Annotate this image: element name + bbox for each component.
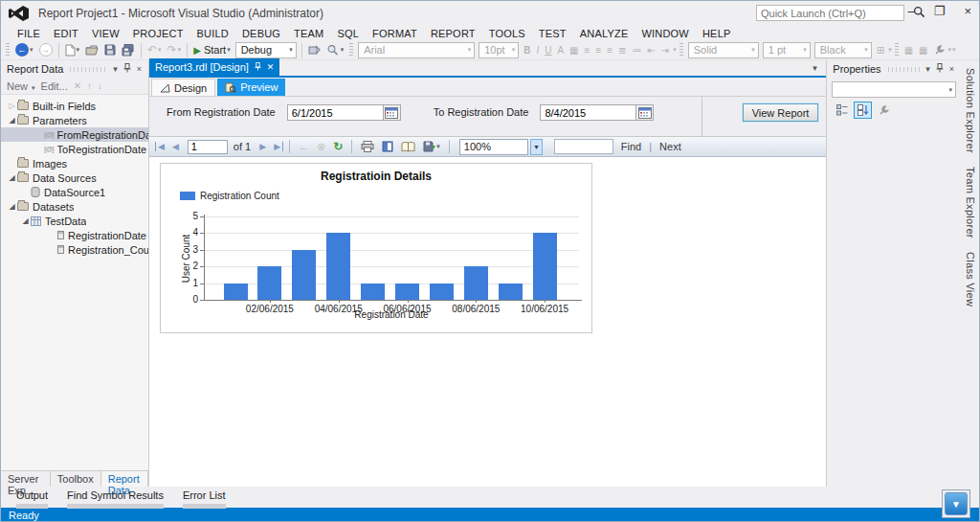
last-page-button[interactable]: ▶ <box>271 142 283 151</box>
feedback-tray-button[interactable]: ▼ <box>942 489 970 518</box>
close-button[interactable]: × <box>964 2 971 21</box>
tree-item-registrationdate[interactable]: RegistrationDate <box>1 228 148 242</box>
tree-item-toregistrationdate[interactable]: [@] ToRegistrationDate <box>1 142 148 156</box>
find-in-files-icon[interactable]: ▾ <box>324 41 346 58</box>
menu-analyze[interactable]: ANALYZE <box>573 27 635 40</box>
toolbar-grip[interactable] <box>679 43 683 57</box>
panel-grip[interactable] <box>888 67 921 72</box>
tree-item-parameters[interactable]: ◢ Parameters <box>1 113 148 127</box>
tab-find-symbol-results[interactable]: Find Symbol Results <box>59 489 171 509</box>
start-debug-button[interactable]: ▶Start▾ <box>191 41 232 58</box>
navigate-forward-button[interactable]: → <box>37 41 55 58</box>
navigate-back-button[interactable]: ←▾ <box>13 41 35 58</box>
menu-format[interactable]: FORMAT <box>366 27 424 40</box>
panel-grip[interactable] <box>70 67 107 72</box>
tree-item-built-in-fields[interactable]: ▷ Built-in Fields <box>1 99 148 113</box>
find-button[interactable]: Find <box>615 141 647 152</box>
alphabetical-sort-icon[interactable] <box>854 102 872 119</box>
pin-icon[interactable] <box>121 63 134 75</box>
property-pages-wrench-icon[interactable] <box>875 102 893 119</box>
tab-server-explorer[interactable]: Server Exp... <box>1 471 51 487</box>
calendar-icon[interactable] <box>383 104 401 121</box>
back-to-parent-button[interactable]: ← <box>296 141 312 152</box>
first-page-button[interactable]: ◀ <box>155 142 167 151</box>
to-date-input[interactable] <box>540 104 635 121</box>
find-next-button[interactable]: Next <box>654 141 687 152</box>
toolbar-grip[interactable] <box>349 43 353 57</box>
current-page-input[interactable] <box>188 140 228 154</box>
tab-team-explorer[interactable]: Team Explorer <box>965 167 976 238</box>
print-button[interactable] <box>358 141 377 152</box>
tab-report-data[interactable]: Report Data <box>101 471 148 487</box>
tab-error-list[interactable]: Error List <box>175 489 234 509</box>
open-file-button[interactable] <box>83 41 100 58</box>
save-button[interactable] <box>102 41 118 58</box>
object-selector-combo[interactable]: ▾ <box>832 81 956 98</box>
zoom-dropdown-icon[interactable]: ▼ <box>530 139 543 155</box>
save-all-button[interactable] <box>120 41 137 58</box>
quick-launch-input[interactable] <box>757 7 903 19</box>
expander-icon[interactable]: ◢ <box>20 216 31 225</box>
menu-debug[interactable]: DEBUG <box>235 27 287 40</box>
calendar-icon[interactable] <box>635 104 654 121</box>
expander-icon[interactable]: ◢ <box>7 202 17 211</box>
menu-edit[interactable]: EDIT <box>47 27 85 40</box>
stop-rendering-button[interactable]: ⊗ <box>314 141 328 153</box>
tab-solution-explorer[interactable]: Solution Explorer <box>965 68 976 153</box>
close-icon[interactable]: × <box>134 64 145 74</box>
export-button[interactable]: ▾ <box>420 141 443 152</box>
tab-design[interactable]: Design <box>151 79 215 96</box>
page-setup-button[interactable] <box>398 142 418 152</box>
new-menu-button[interactable]: New ▾ <box>7 80 35 92</box>
menu-team[interactable]: TEAM <box>287 27 330 40</box>
toolbar-grip[interactable] <box>895 43 899 57</box>
menu-sql[interactable]: SQL <box>330 27 366 40</box>
minimize-button[interactable]: – <box>908 2 915 21</box>
toolbar-grip[interactable] <box>6 43 10 57</box>
document-tab[interactable]: Report3.rdl [Design] ✕ <box>149 58 279 76</box>
edit-button[interactable]: Edit... <box>41 80 68 92</box>
tree-item-datasets[interactable]: ◢ Datasets <box>1 199 148 214</box>
print-layout-button[interactable] <box>379 141 396 152</box>
tree-item-data-sources[interactable]: ◢ Data Sources <box>1 170 148 185</box>
from-date-input[interactable] <box>287 104 383 121</box>
pin-icon[interactable] <box>255 62 261 73</box>
zoom-combo[interactable]: 100% <box>459 139 528 155</box>
menu-window[interactable]: WINDOW <box>635 27 695 40</box>
window-position-icon[interactable]: ▾ <box>110 64 121 74</box>
view-report-button[interactable]: View Report <box>743 103 819 122</box>
categorized-view-icon[interactable] <box>833 102 851 119</box>
tab-toolbox[interactable]: Toolbox <box>51 471 101 487</box>
tab-preview[interactable]: Preview <box>217 79 285 96</box>
tree-item-images[interactable]: Images <box>1 156 148 170</box>
refresh-button[interactable]: ↻ <box>330 140 345 153</box>
tree-item-registration-count[interactable]: Registration_Count <box>1 242 148 257</box>
menu-build[interactable]: BUILD <box>190 27 235 40</box>
expander-icon[interactable]: ◢ <box>7 173 17 182</box>
previous-page-button[interactable]: ◀ <box>169 142 182 151</box>
tree-item-fromregistrationdate[interactable]: [@] FromRegistrationDate <box>1 127 148 142</box>
tree-item-datasource1[interactable]: DataSource1 <box>1 185 148 199</box>
expander-icon[interactable]: ▷ <box>7 102 17 110</box>
attach-to-process-icon[interactable] <box>306 41 323 58</box>
menu-project[interactable]: PROJECT <box>126 27 190 40</box>
window-position-icon[interactable]: ▾ <box>923 64 933 74</box>
new-file-button[interactable]: ▾ <box>63 41 82 58</box>
tab-class-view[interactable]: Class View <box>965 252 976 306</box>
menu-report[interactable]: REPORT <box>424 27 482 40</box>
expander-icon[interactable]: ◢ <box>7 116 17 125</box>
quick-launch-box[interactable] <box>756 5 904 21</box>
redo-button[interactable]: ↷▾ <box>166 41 184 58</box>
tab-output[interactable]: Output <box>9 489 56 509</box>
pin-icon[interactable] <box>933 63 947 75</box>
close-icon[interactable]: ✕ <box>267 62 275 72</box>
menu-view[interactable]: VIEW <box>85 27 126 40</box>
solution-configuration-combo[interactable]: Debug▾ <box>235 42 297 58</box>
menu-tools[interactable]: TOOLS <box>482 27 532 40</box>
undo-button[interactable]: ↶▾ <box>145 41 164 58</box>
menu-file[interactable]: FILE <box>11 27 47 40</box>
next-page-button[interactable]: ▶ <box>256 142 269 151</box>
close-icon[interactable]: × <box>947 64 957 74</box>
tab-list-dropdown-icon[interactable]: ▼ <box>811 64 818 73</box>
restore-button[interactable]: ❐ <box>934 2 946 21</box>
